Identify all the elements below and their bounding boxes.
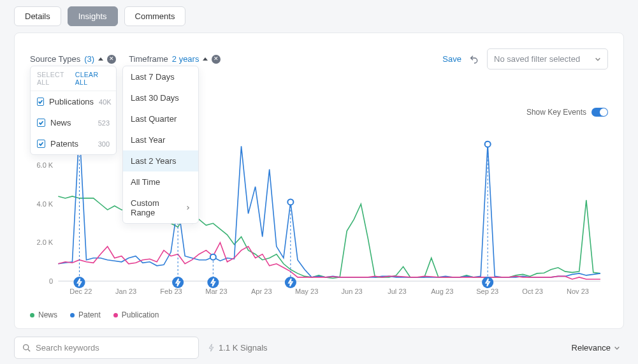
- legend-dot-icon: [113, 313, 118, 317]
- tab-details[interactable]: Details: [14, 6, 61, 26]
- timeframe-option[interactable]: Last 30 Days: [123, 87, 198, 108]
- show-key-events-label: Show Key Events: [526, 108, 586, 117]
- timeframe-option-label: Last Year: [131, 135, 165, 145]
- clear-timeframe-icon[interactable]: ✕: [212, 55, 221, 64]
- event-marker[interactable]: [73, 277, 85, 288]
- svg-point-2: [172, 277, 184, 288]
- event-marker[interactable]: [172, 277, 184, 288]
- svg-point-6: [24, 345, 29, 350]
- chart-legend: NewsPatentPublication: [30, 310, 608, 319]
- event-ring-icon: [485, 142, 491, 147]
- filter-timeframe-label: Timeframe: [129, 54, 168, 64]
- y-tick-label: 0: [49, 277, 53, 285]
- x-tick-label: Aug 23: [431, 288, 453, 295]
- series-line: [58, 243, 600, 280]
- x-tick-label: Apr 23: [251, 288, 272, 295]
- timeframe-option[interactable]: All Time: [123, 171, 198, 193]
- legend-label: Publication: [122, 310, 159, 319]
- x-tick-label: May 23: [295, 288, 318, 295]
- source-type-count: 40K: [99, 98, 112, 106]
- legend-label: News: [38, 310, 57, 319]
- source-type-label: News: [50, 118, 71, 127]
- select-all-button[interactable]: SELECT ALL: [37, 71, 75, 86]
- caret-up-icon: [98, 57, 103, 61]
- clear-all-button[interactable]: CLEAR ALL: [75, 71, 110, 86]
- filter-bar: Source Types (3) ✕ Timeframe 2 years ✕ S…: [30, 48, 608, 69]
- signals-text: 1.1 K Signals: [219, 343, 268, 353]
- filter-source-types[interactable]: Source Types (3) ✕: [30, 54, 116, 64]
- chart-area: 02.0 K4.0 K6.0 KDec 22Jan 23Feb 23Mar 23…: [30, 122, 608, 300]
- checkbox-icon: [37, 119, 45, 127]
- search-input[interactable]: Search keywords: [14, 337, 199, 359]
- event-marker[interactable]: [285, 277, 296, 288]
- x-tick-label: Nov 23: [567, 288, 589, 295]
- x-tick-label: Oct 23: [522, 288, 543, 295]
- timeline-chart: 02.0 K4.0 K6.0 KDec 22Jan 23Feb 23Mar 23…: [30, 122, 608, 300]
- filter-source-types-label: Source Types: [30, 54, 80, 64]
- x-tick-label: Dec 22: [69, 288, 92, 295]
- chevron-right-icon: [185, 205, 191, 210]
- event-marker[interactable]: [207, 277, 219, 288]
- filter-right: Save No saved filter selected: [442, 48, 608, 69]
- source-type-count: 523: [98, 119, 110, 127]
- insights-panel: Source Types (3) ✕ Timeframe 2 years ✕ S…: [14, 33, 624, 329]
- svg-point-3: [207, 277, 219, 288]
- bottom-bar: Search keywords 1.1 K Signals Relevance: [14, 337, 624, 359]
- save-filter-button[interactable]: Save: [442, 54, 461, 64]
- legend-dot-icon: [70, 313, 75, 317]
- legend-item[interactable]: Patent: [70, 310, 101, 319]
- filter-timeframe-value: 2 years: [172, 54, 199, 64]
- sort-label: Relevance: [572, 343, 611, 353]
- event-marker[interactable]: [482, 277, 493, 288]
- event-ring-icon: [210, 254, 216, 260]
- y-tick-label: 4.0 K: [36, 200, 54, 208]
- chevron-down-icon: [595, 56, 601, 62]
- source-type-option[interactable]: Publications40K: [31, 91, 116, 112]
- y-tick-label: 6.0 K: [36, 162, 54, 170]
- saved-filter-placeholder: No saved filter selected: [494, 54, 580, 64]
- source-types-dropdown: SELECT ALL CLEAR ALL Publications40KNews…: [30, 66, 117, 155]
- timeframe-option[interactable]: Last Year: [123, 129, 198, 150]
- signals-count: 1.1 K Signals: [208, 343, 268, 353]
- event-ring-icon: [287, 199, 293, 205]
- x-tick-label: Jun 23: [341, 288, 362, 295]
- search-icon: [22, 344, 31, 352]
- x-tick-label: Mar 23: [205, 288, 227, 295]
- timeframe-option-label: All Time: [131, 177, 160, 187]
- saved-filter-select[interactable]: No saved filter selected: [487, 48, 608, 69]
- timeframe-dropdown: Last 7 DaysLast 30 DaysLast QuarterLast …: [122, 66, 199, 224]
- legend-item[interactable]: News: [30, 310, 57, 319]
- checkbox-icon: [37, 140, 45, 148]
- timeframe-option[interactable]: Custom Range: [123, 193, 198, 223]
- source-type-label: Publications: [49, 97, 94, 106]
- undo-icon[interactable]: [469, 54, 479, 64]
- filter-left: Source Types (3) ✕ Timeframe 2 years ✕: [30, 54, 221, 64]
- timeframe-option[interactable]: Last 7 Days: [123, 66, 198, 87]
- filter-timeframe[interactable]: Timeframe 2 years ✕: [129, 54, 221, 64]
- search-placeholder: Search keywords: [36, 343, 99, 353]
- timeframe-option-label: Last Quarter: [131, 114, 177, 124]
- x-tick-label: Feb 23: [160, 288, 182, 295]
- source-type-option[interactable]: Patents300: [31, 133, 116, 154]
- x-tick-label: Sep 23: [476, 288, 498, 295]
- timeframe-option-label: Last 30 Days: [131, 93, 179, 103]
- x-tick-label: Jan 23: [115, 288, 136, 295]
- timeframe-option[interactable]: Last Quarter: [123, 108, 198, 129]
- source-type-option[interactable]: News523: [31, 112, 116, 133]
- tab-comments[interactable]: Comments: [124, 6, 186, 26]
- timeframe-option[interactable]: Last 2 Years: [123, 150, 198, 171]
- timeframe-option-label: Last 2 Years: [131, 156, 177, 166]
- checkbox-icon: [37, 98, 44, 106]
- clear-source-types-icon[interactable]: ✕: [107, 55, 116, 64]
- bolt-icon: [208, 344, 215, 352]
- tab-insights[interactable]: Insights: [68, 6, 118, 26]
- legend-label: Patent: [78, 310, 101, 319]
- svg-point-1: [73, 277, 85, 288]
- legend-dot-icon: [30, 313, 34, 317]
- key-events-toggle[interactable]: [591, 108, 608, 117]
- x-tick-label: Jul 23: [388, 288, 407, 295]
- sort-select[interactable]: Relevance: [572, 343, 624, 353]
- filter-source-types-count: (3): [84, 54, 94, 64]
- chevron-down-icon: [614, 345, 620, 351]
- legend-item[interactable]: Publication: [113, 310, 159, 319]
